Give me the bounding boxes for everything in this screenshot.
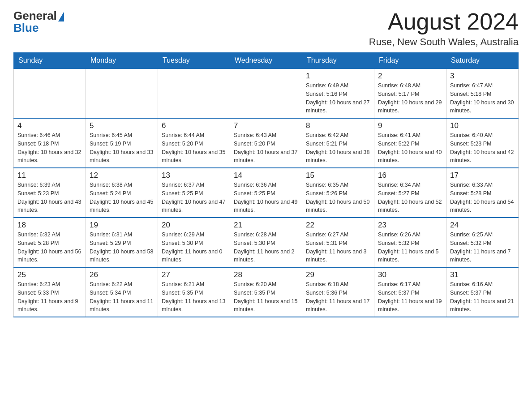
day-number: 31 (450, 270, 515, 279)
calendar-cell: 22Sunrise: 6:27 AMSunset: 5:31 PMDayligh… (302, 218, 374, 267)
day-info: Sunrise: 6:37 AMSunset: 5:25 PMDaylight:… (162, 181, 226, 214)
calendar-cell: 27Sunrise: 6:21 AMSunset: 5:35 PMDayligh… (158, 267, 230, 317)
day-number: 13 (162, 171, 226, 180)
calendar-cell: 31Sunrise: 6:16 AMSunset: 5:37 PMDayligh… (446, 267, 519, 317)
calendar-cell: 14Sunrise: 6:36 AMSunset: 5:25 PMDayligh… (230, 168, 302, 218)
calendar-cell: 4Sunrise: 6:46 AMSunset: 5:18 PMDaylight… (14, 118, 86, 168)
day-info: Sunrise: 6:44 AMSunset: 5:20 PMDaylight:… (162, 131, 226, 165)
calendar-cell (14, 68, 86, 118)
calendar-cell: 19Sunrise: 6:31 AMSunset: 5:29 PMDayligh… (86, 218, 158, 267)
calendar-cell: 10Sunrise: 6:40 AMSunset: 5:23 PMDayligh… (446, 118, 519, 168)
day-number: 2 (378, 72, 442, 81)
calendar-cell: 30Sunrise: 6:17 AMSunset: 5:37 PMDayligh… (374, 267, 446, 317)
week-row-1: 1Sunrise: 6:49 AMSunset: 5:16 PMDaylight… (14, 68, 519, 118)
day-info: Sunrise: 6:45 AMSunset: 5:19 PMDaylight:… (90, 131, 154, 165)
col-sunday: Sunday (14, 53, 86, 69)
calendar-cell: 26Sunrise: 6:22 AMSunset: 5:34 PMDayligh… (86, 267, 158, 317)
week-row-2: 4Sunrise: 6:46 AMSunset: 5:18 PMDaylight… (14, 118, 519, 168)
day-number: 5 (90, 121, 154, 130)
week-row-5: 25Sunrise: 6:23 AMSunset: 5:33 PMDayligh… (14, 267, 519, 317)
day-info: Sunrise: 6:31 AMSunset: 5:29 PMDaylight:… (90, 231, 154, 264)
day-number: 21 (234, 221, 298, 230)
day-number: 26 (90, 270, 154, 279)
calendar-cell: 29Sunrise: 6:18 AMSunset: 5:36 PMDayligh… (302, 267, 374, 317)
week-row-3: 11Sunrise: 6:39 AMSunset: 5:23 PMDayligh… (14, 168, 519, 218)
calendar-cell: 5Sunrise: 6:45 AMSunset: 5:19 PMDaylight… (86, 118, 158, 168)
day-info: Sunrise: 6:28 AMSunset: 5:30 PMDaylight:… (234, 231, 298, 264)
subtitle: Ruse, New South Wales, Australia (369, 36, 519, 48)
page-header: General Blue August 2024 Ruse, New South… (13, 9, 519, 48)
day-info: Sunrise: 6:36 AMSunset: 5:25 PMDaylight:… (234, 181, 298, 214)
day-info: Sunrise: 6:48 AMSunset: 5:17 PMDaylight:… (378, 81, 442, 115)
day-info: Sunrise: 6:34 AMSunset: 5:27 PMDaylight:… (378, 181, 442, 214)
day-info: Sunrise: 6:33 AMSunset: 5:28 PMDaylight:… (450, 181, 515, 214)
day-number: 1 (306, 72, 370, 81)
day-info: Sunrise: 6:16 AMSunset: 5:37 PMDaylight:… (450, 280, 515, 314)
day-number: 7 (234, 121, 298, 130)
day-number: 19 (90, 221, 154, 230)
day-info: Sunrise: 6:42 AMSunset: 5:21 PMDaylight:… (306, 131, 370, 165)
day-number: 6 (162, 121, 226, 130)
col-friday: Friday (374, 53, 446, 69)
day-number: 28 (234, 270, 298, 279)
day-info: Sunrise: 6:39 AMSunset: 5:23 PMDaylight:… (17, 181, 82, 214)
week-row-4: 18Sunrise: 6:32 AMSunset: 5:28 PMDayligh… (14, 218, 519, 267)
main-title: August 2024 (369, 9, 519, 34)
col-monday: Monday (86, 53, 158, 69)
day-info: Sunrise: 6:49 AMSunset: 5:16 PMDaylight:… (306, 81, 370, 115)
day-number: 30 (378, 270, 442, 279)
day-info: Sunrise: 6:17 AMSunset: 5:37 PMDaylight:… (378, 280, 442, 314)
day-number: 27 (162, 270, 226, 279)
day-number: 15 (306, 171, 370, 180)
logo-triangle-icon (58, 12, 64, 21)
day-info: Sunrise: 6:47 AMSunset: 5:18 PMDaylight:… (450, 81, 515, 115)
logo: General Blue (13, 9, 64, 35)
day-number: 22 (306, 221, 370, 230)
day-number: 20 (162, 221, 226, 230)
calendar-cell: 9Sunrise: 6:41 AMSunset: 5:22 PMDaylight… (374, 118, 446, 168)
day-number: 18 (17, 221, 82, 230)
calendar-header-row: Sunday Monday Tuesday Wednesday Thursday… (14, 53, 519, 69)
calendar-cell: 13Sunrise: 6:37 AMSunset: 5:25 PMDayligh… (158, 168, 230, 218)
day-number: 17 (450, 171, 515, 180)
day-number: 23 (378, 221, 442, 230)
calendar-cell: 7Sunrise: 6:43 AMSunset: 5:20 PMDaylight… (230, 118, 302, 168)
calendar-cell: 18Sunrise: 6:32 AMSunset: 5:28 PMDayligh… (14, 218, 86, 267)
day-info: Sunrise: 6:20 AMSunset: 5:35 PMDaylight:… (234, 280, 298, 314)
calendar-cell: 3Sunrise: 6:47 AMSunset: 5:18 PMDaylight… (446, 68, 519, 118)
day-info: Sunrise: 6:27 AMSunset: 5:31 PMDaylight:… (306, 231, 370, 264)
day-number: 11 (17, 171, 82, 180)
day-info: Sunrise: 6:35 AMSunset: 5:26 PMDaylight:… (306, 181, 370, 214)
calendar-cell (86, 68, 158, 118)
calendar-cell: 11Sunrise: 6:39 AMSunset: 5:23 PMDayligh… (14, 168, 86, 218)
day-number: 8 (306, 121, 370, 130)
calendar-cell: 23Sunrise: 6:26 AMSunset: 5:32 PMDayligh… (374, 218, 446, 267)
day-info: Sunrise: 6:41 AMSunset: 5:22 PMDaylight:… (378, 131, 442, 165)
calendar-cell: 2Sunrise: 6:48 AMSunset: 5:17 PMDaylight… (374, 68, 446, 118)
calendar-cell (230, 68, 302, 118)
col-saturday: Saturday (446, 53, 519, 69)
calendar-table: Sunday Monday Tuesday Wednesday Thursday… (13, 52, 519, 317)
day-number: 10 (450, 121, 515, 130)
calendar-cell: 21Sunrise: 6:28 AMSunset: 5:30 PMDayligh… (230, 218, 302, 267)
calendar-cell: 6Sunrise: 6:44 AMSunset: 5:20 PMDaylight… (158, 118, 230, 168)
calendar-cell: 17Sunrise: 6:33 AMSunset: 5:28 PMDayligh… (446, 168, 519, 218)
day-info: Sunrise: 6:32 AMSunset: 5:28 PMDaylight:… (17, 231, 82, 264)
day-info: Sunrise: 6:23 AMSunset: 5:33 PMDaylight:… (17, 280, 82, 314)
day-number: 3 (450, 72, 515, 81)
day-info: Sunrise: 6:21 AMSunset: 5:35 PMDaylight:… (162, 280, 226, 314)
calendar-cell: 12Sunrise: 6:38 AMSunset: 5:24 PMDayligh… (86, 168, 158, 218)
col-tuesday: Tuesday (158, 53, 230, 69)
calendar-cell: 28Sunrise: 6:20 AMSunset: 5:35 PMDayligh… (230, 267, 302, 317)
logo-blue-text: Blue (13, 21, 39, 35)
day-info: Sunrise: 6:18 AMSunset: 5:36 PMDaylight:… (306, 280, 370, 314)
calendar-cell: 20Sunrise: 6:29 AMSunset: 5:30 PMDayligh… (158, 218, 230, 267)
day-number: 29 (306, 270, 370, 279)
day-number: 25 (17, 270, 82, 279)
day-info: Sunrise: 6:46 AMSunset: 5:18 PMDaylight:… (17, 131, 82, 165)
col-thursday: Thursday (302, 53, 374, 69)
col-wednesday: Wednesday (230, 53, 302, 69)
day-number: 9 (378, 121, 442, 130)
day-number: 16 (378, 171, 442, 180)
day-info: Sunrise: 6:43 AMSunset: 5:20 PMDaylight:… (234, 131, 298, 165)
